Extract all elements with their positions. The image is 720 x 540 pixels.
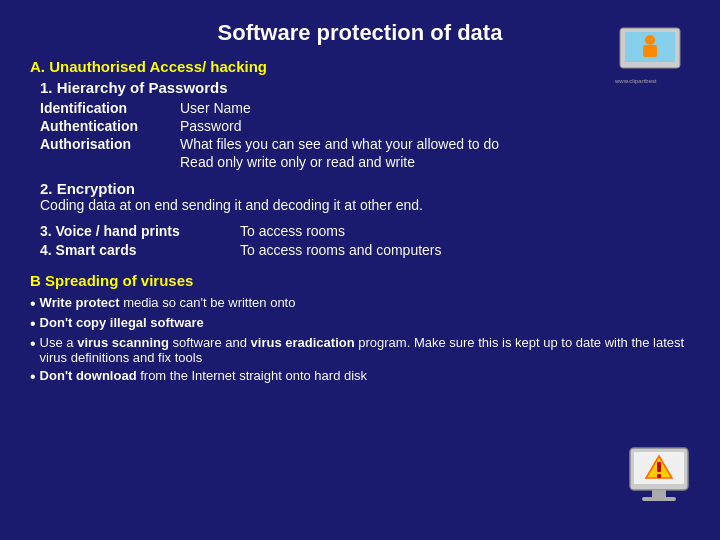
authentication-row: Authentication Password bbox=[40, 118, 690, 134]
svg-point-2 bbox=[645, 35, 655, 45]
bullet-dot-1: • bbox=[30, 296, 36, 312]
authentication-label: Authentication bbox=[40, 118, 180, 134]
smartcards-label: 4. Smart cards bbox=[40, 242, 240, 258]
section-b-header: B Spreading of viruses bbox=[30, 272, 690, 289]
bottom-right-illustration bbox=[620, 440, 700, 520]
readonly-row: Read only write only or read and write bbox=[40, 154, 690, 170]
bullet-virus-scan: • Use a virus scanning software and viru… bbox=[30, 335, 690, 365]
svg-rect-10 bbox=[657, 462, 661, 472]
bullet-dot-4: • bbox=[30, 369, 36, 385]
write-protect-bold: Write protect bbox=[40, 295, 120, 310]
bullet-dont-download: • Don't download from the Internet strai… bbox=[30, 368, 690, 385]
encryption-desc: Coding data at on end sending it and dec… bbox=[40, 197, 690, 213]
voice-value: To access rooms bbox=[240, 223, 690, 239]
top-right-illustration: www.clipartbest bbox=[610, 18, 700, 88]
bullet-4-text: Don't download from the Internet straigh… bbox=[40, 368, 367, 383]
svg-rect-7 bbox=[652, 490, 666, 498]
svg-text:www.clipartbest: www.clipartbest bbox=[614, 78, 657, 84]
dont-download-bold: Don't download bbox=[40, 368, 137, 383]
encryption-title: 2. Encryption bbox=[40, 180, 690, 197]
identification-row: Identification User Name bbox=[40, 100, 690, 116]
slide: www.clipartbest Software protection of d… bbox=[0, 0, 720, 540]
bullet-write-protect: • Write protect media so can't be writte… bbox=[30, 295, 690, 312]
smartcards-value: To access rooms and computers bbox=[240, 242, 690, 258]
voice-row: 3. Voice / hand prints To access rooms bbox=[40, 223, 690, 239]
voice-label: 3. Voice / hand prints bbox=[40, 223, 240, 239]
svg-rect-11 bbox=[657, 474, 661, 478]
authentication-value: Password bbox=[180, 118, 690, 134]
svg-rect-8 bbox=[642, 497, 676, 501]
bullet-dot-2: • bbox=[30, 316, 36, 332]
smartcards-row: 4. Smart cards To access rooms and compu… bbox=[40, 242, 690, 258]
authorisation-row: Authorisation What files you can see and… bbox=[40, 136, 690, 152]
page-title: Software protection of data bbox=[30, 20, 690, 46]
section-b: B Spreading of viruses • Write protect m… bbox=[30, 272, 690, 385]
readonly-left-blank bbox=[40, 154, 180, 170]
voice-section: 3. Voice / hand prints To access rooms 4… bbox=[40, 223, 690, 258]
hierarchy-title: 1. Hierarchy of Passwords bbox=[40, 79, 690, 96]
dont-copy-bold: Don't copy illegal software bbox=[40, 315, 204, 330]
bullet-2-text: Don't copy illegal software bbox=[40, 315, 204, 330]
section-a-header: A. Unauthorised Access/ hacking bbox=[30, 58, 690, 75]
authorisation-value: What files you can see and what your all… bbox=[180, 136, 690, 152]
identification-value: User Name bbox=[180, 100, 690, 116]
bullet-3-text: Use a virus scanning software and virus … bbox=[40, 335, 690, 365]
encryption-section: 2. Encryption Coding data at on end send… bbox=[40, 180, 690, 213]
svg-rect-3 bbox=[643, 45, 657, 57]
bullet-dot-3: • bbox=[30, 336, 36, 352]
bullet-dont-copy: • Don't copy illegal software bbox=[30, 315, 690, 332]
virus-scanning-bold: virus scanning bbox=[77, 335, 169, 350]
virus-eradication-bold: virus eradication bbox=[251, 335, 355, 350]
bullet-1-text: Write protect media so can't be written … bbox=[40, 295, 296, 310]
readonly-value: Read only write only or read and write bbox=[180, 154, 690, 170]
identification-label: Identification bbox=[40, 100, 180, 116]
authorisation-label: Authorisation bbox=[40, 136, 180, 152]
